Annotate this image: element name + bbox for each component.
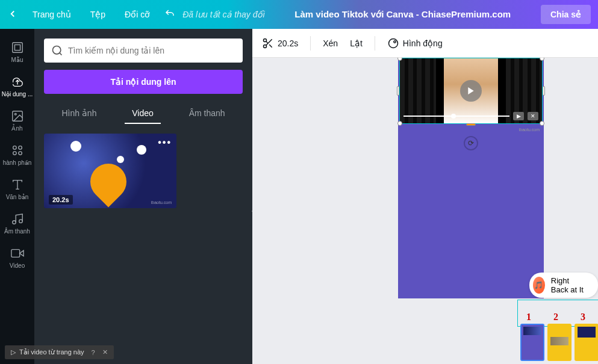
trim-button[interactable]: 20.2s (262, 37, 298, 49)
saved-status: Đã lưu tất cả thay đổi (182, 10, 264, 19)
svg-rect-14 (11, 250, 19, 258)
upload-tabs: Hình ảnh Video Âm thanh (44, 103, 243, 124)
page-thumbnail-3[interactable]: 3 (575, 324, 598, 361)
search-input[interactable] (68, 46, 235, 55)
media-thumbnail[interactable]: ••• 20.2s ibaotu.com (44, 134, 176, 208)
tab-images[interactable]: Hình ảnh (54, 103, 104, 124)
audio-track-pill[interactable]: 🎵 Right Back at It (529, 273, 598, 298)
resize-handle[interactable] (397, 121, 402, 126)
svg-point-4 (14, 113, 16, 115)
selected-video-element[interactable]: ▶ ✕ ibaotu.com (399, 58, 543, 124)
svg-line-21 (266, 41, 268, 43)
element-watermark: ibaotu.com (519, 128, 540, 132)
tab-audio[interactable]: Âm thanh (182, 103, 232, 124)
main-area: Mẫu Nội dung ... Ảnh hành phần Văn bản Â… (0, 29, 598, 364)
thumb-duration: 20.2s (49, 195, 73, 205)
animate-button[interactable]: Hình động (387, 37, 443, 49)
download-notice: ▷ Tải video từ trang này ? ✕ (5, 345, 114, 359)
animate-icon (387, 37, 399, 49)
svg-rect-1 (14, 45, 20, 50)
video-expand-icon[interactable]: ▶ (513, 112, 524, 120)
tab-video[interactable]: Video (125, 103, 161, 124)
app-header: Trang chủ Tệp Đổi cỡ Đã lưu tất cả thay … (0, 0, 598, 29)
rail-uploads[interactable]: Nội dung ... (0, 69, 34, 103)
side-panel: Tải nội dung lên Hình ảnh Video Âm thanh… (34, 29, 252, 364)
resize-menu[interactable]: Đổi cỡ (115, 5, 160, 24)
search-box[interactable] (44, 39, 243, 63)
loading-spinner-icon: ⟳ (464, 136, 478, 150)
svg-marker-24 (468, 87, 473, 94)
flip-button[interactable]: Lật (350, 39, 363, 48)
notice-close-icon[interactable]: ✕ (102, 348, 108, 356)
video-close-icon[interactable]: ✕ (528, 112, 538, 120)
svg-point-11 (12, 221, 16, 224)
svg-point-6 (18, 146, 22, 150)
rail-photos[interactable]: Ảnh (0, 103, 34, 138)
audio-title: Right Back at It (551, 276, 588, 294)
resize-handle[interactable] (540, 121, 544, 126)
play-small-icon: ▷ (11, 348, 16, 356)
search-icon (51, 45, 63, 57)
svg-point-7 (13, 152, 16, 155)
editor-toolbar: 20.2s Xén Lật Hình động (252, 29, 598, 58)
video-progress[interactable]: ▶ ✕ (403, 113, 538, 120)
svg-line-20 (269, 45, 272, 48)
design-title[interactable]: Làm video Tiktok với Canva - ChiasePremi… (265, 9, 541, 20)
svg-point-12 (19, 220, 22, 223)
rail-elements[interactable]: hành phần (0, 138, 34, 172)
crop-button[interactable]: Xén (323, 39, 338, 48)
svg-point-23 (394, 40, 396, 42)
svg-line-16 (60, 53, 62, 55)
back-icon[interactable] (7, 8, 18, 21)
upload-button[interactable]: Tải nội dung lên (44, 70, 243, 94)
rail-templates[interactable]: Mẫu (0, 35, 34, 69)
svg-point-5 (13, 146, 16, 150)
resize-handle[interactable] (543, 86, 545, 96)
svg-point-8 (18, 152, 22, 155)
rail-audio[interactable]: Âm thanh (0, 206, 34, 241)
thumb-more-icon[interactable]: ••• (158, 137, 172, 148)
page-thumbnail-1[interactable]: 1 (520, 324, 544, 361)
svg-point-22 (388, 39, 397, 48)
design-page[interactable]: ▶ ✕ ibaotu.com ⟳ (398, 58, 544, 298)
rail-video[interactable]: Video (0, 241, 34, 275)
notice-help-icon[interactable]: ? (92, 349, 95, 356)
svg-marker-13 (19, 250, 23, 256)
audio-avatar-icon: 🎵 (533, 277, 545, 294)
side-rail: Mẫu Nội dung ... Ảnh hành phần Văn bản Â… (0, 29, 34, 364)
canvas-area: 20.2s Xén Lật Hình động ▶ ✕ (252, 29, 598, 364)
resize-handle[interactable] (397, 86, 399, 96)
thumb-watermark: ibaotu.com (151, 200, 172, 205)
scissors-icon (262, 37, 274, 49)
svg-point-17 (264, 39, 267, 42)
home-menu[interactable]: Trang chủ (23, 5, 81, 24)
resize-handle[interactable] (466, 123, 476, 126)
share-button[interactable]: Chia sẻ (541, 5, 591, 24)
play-icon[interactable] (460, 80, 482, 102)
svg-rect-0 (12, 43, 22, 53)
file-menu[interactable]: Tệp (81, 5, 115, 24)
pages-strip: 1 2 3 4 + (520, 324, 598, 361)
page-thumbnail-2[interactable]: 2 (547, 324, 572, 361)
canvas-workspace[interactable]: ▶ ✕ ibaotu.com ⟳ 🎵 Right Back at It (252, 58, 598, 364)
svg-point-18 (264, 45, 267, 48)
undo-icon[interactable] (164, 8, 175, 21)
rail-text[interactable]: Văn bản (0, 172, 34, 206)
svg-point-15 (53, 46, 61, 54)
resize-handle[interactable] (540, 58, 544, 61)
